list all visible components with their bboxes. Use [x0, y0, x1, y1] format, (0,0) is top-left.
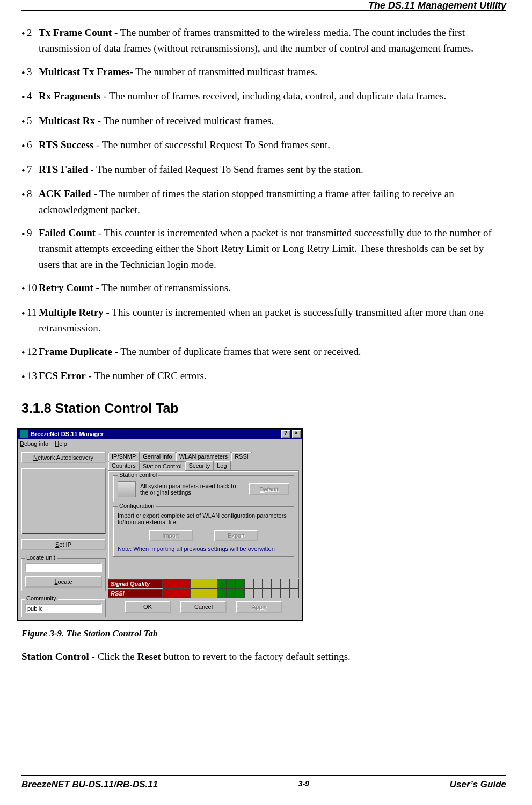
item-desc: - The number of CRC errors.	[86, 370, 207, 381]
app-icon	[20, 430, 28, 438]
item-desc: - The number of transmitted multicast fr…	[130, 66, 317, 77]
item-term: Multicast Tx Frames	[39, 66, 130, 77]
menu-help-label: elp	[59, 440, 67, 447]
help-button[interactable]: ?	[281, 430, 290, 438]
item-desc: - This counter is incremented when a pac…	[39, 227, 492, 270]
item-desc: - This counter is incremented when an pa…	[39, 307, 484, 333]
footer-left: BreezeNET BU-DS.11/RB-DS.11	[21, 779, 158, 790]
network-autodiscovery-button[interactable]: Network Autodiscovery	[21, 452, 106, 463]
locate-label: ocate	[58, 578, 72, 585]
list-item: •10Retry Count - The number of retransmi…	[21, 280, 500, 296]
list-item: •8ACK Failed - The number of times the s…	[21, 186, 500, 217]
bullet-icon: •	[21, 344, 27, 360]
item-number: 13	[27, 368, 39, 383]
item-term: Failed Count	[39, 227, 96, 238]
configuration-note: Note: When importing all previous settin…	[118, 546, 289, 552]
autodiscovery-label: etwork Autodiscovery	[38, 454, 93, 461]
footer-page: 3-9	[298, 779, 309, 790]
window-title: BreezeNet DS.11 Manager	[31, 431, 104, 437]
community-input[interactable]: public	[25, 604, 102, 613]
figure-caption: Figure 3-9. The Station Control Tab	[21, 628, 500, 639]
signal-quality-meter: Signal Quality	[108, 579, 299, 588]
tab-panel: Station control All system parameters re…	[108, 470, 299, 578]
item-desc: - The number of failed Request To Send f…	[88, 164, 363, 175]
window-titlebar[interactable]: BreezeNet DS.11 Manager ? ×	[18, 429, 302, 439]
menu-help[interactable]: Help	[55, 440, 67, 447]
tab-counters[interactable]: Counters	[108, 461, 140, 470]
list-item: •6RTS Success - The number of successful…	[21, 137, 500, 154]
item-text: Tx Frame Count - The number of frames tr…	[39, 25, 500, 56]
item-desc: - The number of times the station stoppe…	[39, 188, 454, 215]
locate-input[interactable]	[25, 563, 102, 572]
close-button[interactable]: ×	[291, 430, 301, 438]
item-text: Retry Count - The number of retransmissi…	[39, 280, 500, 295]
configuration-title: Configuration	[118, 503, 156, 509]
tab-security[interactable]: Security	[185, 461, 214, 470]
list-item: •11Multiple Retry - This counter is incr…	[21, 304, 500, 336]
item-text: ACK Failed - The number of times the sta…	[39, 186, 500, 217]
item-number: 8	[27, 186, 39, 201]
set-ip-button[interactable]: Set IP	[21, 539, 106, 550]
item-text: Failed Count - This counter is increment…	[39, 225, 500, 272]
item-text: Rx Fragments - The number of frames rece…	[39, 88, 500, 104]
apply-button[interactable]: Apply	[236, 601, 282, 613]
tab-ip-snmp[interactable]: IP/SNMP	[108, 452, 140, 461]
export-button[interactable]: Export	[214, 530, 258, 541]
tab-general-info[interactable]: Genral Info	[139, 452, 176, 461]
default-label: efault	[264, 486, 279, 492]
item-text: Multicast Tx Frames- The number of trans…	[39, 64, 500, 79]
list-item: •4Rx Fragments - The number of frames re…	[21, 88, 500, 105]
item-desc: - The number of successful Request To Se…	[93, 139, 330, 150]
definition-list: •2Tx Frame Count - The number of frames …	[21, 25, 500, 385]
station-control-mid2: button to revert to the factory default …	[161, 651, 351, 662]
tab-log[interactable]: Log	[213, 461, 230, 470]
footer-rule	[21, 775, 506, 776]
item-number: 9	[27, 225, 39, 241]
item-term: RTS Failed	[39, 164, 88, 175]
tab-station-control[interactable]: Station Control	[139, 461, 186, 471]
item-term: Tx Frame Count	[39, 27, 112, 38]
reset-word: Reset	[137, 651, 161, 662]
menu-debug[interactable]: Debug info	[20, 440, 48, 447]
item-term: FCS Error	[39, 370, 86, 381]
item-text: Multiple Retry - This counter is increme…	[39, 304, 500, 336]
item-text: FCS Error - The number of CRC errors.	[39, 368, 500, 383]
list-item: •12Frame Duplicate - The number of dupli…	[21, 344, 500, 360]
list-item: •2Tx Frame Count - The number of frames …	[21, 25, 500, 56]
device-list[interactable]	[21, 468, 106, 534]
footer: BreezeNET BU-DS.11/RB-DS.11 3-9 User’s G…	[21, 779, 506, 790]
signal-quality-bar	[163, 579, 299, 589]
configuration-text: Import or export complete set of WLAN co…	[118, 512, 289, 525]
list-item: •7RTS Failed - The number of failed Requ…	[21, 162, 500, 178]
cancel-button[interactable]: Cancel	[180, 601, 227, 613]
item-term: Rx Fragments	[39, 90, 101, 101]
item-term: ACK Failed	[39, 188, 91, 199]
station-control-title: Station control	[118, 472, 158, 478]
import-button[interactable]: Import	[149, 530, 193, 541]
tab-rssi[interactable]: RSSI	[231, 452, 252, 461]
locate-button[interactable]: Locate	[25, 576, 102, 588]
item-term: Multicast Rx	[39, 115, 95, 126]
list-item: •13FCS Error - The number of CRC errors.	[21, 368, 500, 385]
bullet-icon: •	[21, 113, 27, 129]
bullet-icon: •	[21, 368, 27, 385]
set-ip-label: et IP	[59, 541, 71, 548]
bullet-icon: •	[21, 162, 27, 178]
default-button[interactable]: Default	[249, 483, 289, 495]
item-number: 6	[27, 137, 39, 153]
item-desc: - The number of retransmissions.	[93, 282, 231, 293]
item-term: Multiple Retry	[39, 307, 104, 318]
item-number: 11	[27, 304, 39, 320]
station-icon	[118, 481, 136, 497]
configuration-group: Configuration Import or export complete …	[113, 506, 294, 557]
bullet-icon: •	[21, 25, 27, 41]
ok-button[interactable]: OK	[125, 601, 171, 613]
window-body: Network Autodiscovery Set IP Locate unit…	[18, 448, 302, 620]
item-desc: - The number of frames received, includi…	[101, 90, 447, 101]
item-text: RTS Success - The number of successful R…	[39, 137, 500, 153]
list-item: •3Multicast Tx Frames- The number of tra…	[21, 64, 500, 81]
item-number: 12	[27, 344, 39, 359]
tab-wlan-parameters[interactable]: WLAN parameters	[176, 452, 231, 461]
station-control-mid1: - Click the	[89, 651, 137, 662]
bullet-icon: •	[21, 304, 27, 321]
